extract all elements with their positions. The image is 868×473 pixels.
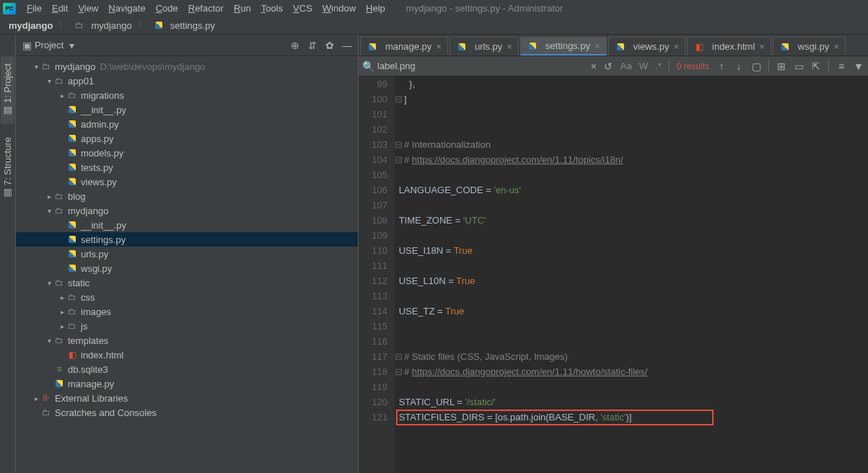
tree-item-models-py[interactable]: models.py: [16, 146, 358, 160]
tree-item-migrations[interactable]: ▸🗀migrations: [16, 88, 358, 102]
menu-code[interactable]: Code: [151, 1, 183, 15]
close-search-icon[interactable]: ×: [589, 61, 599, 71]
prev-occurrence-icon[interactable]: ↺: [603, 61, 613, 71]
tree-item-images[interactable]: ▸🗀images: [16, 304, 358, 319]
gear-icon[interactable]: ✿: [325, 40, 335, 50]
menu-vcs[interactable]: VCS: [288, 1, 317, 15]
code-line[interactable]: TIME_ZONE = 'UTC': [400, 213, 868, 228]
code-line[interactable]: USE_L10N = True: [400, 273, 868, 288]
code-line[interactable]: [400, 167, 868, 182]
menu-window[interactable]: Window: [317, 1, 361, 15]
project-tree[interactable]: ▾🗀mydjangoD:\web\devops\mydjango▾🗀app01▸…: [16, 56, 358, 473]
tree-item-index-html[interactable]: ◧index.html: [16, 348, 358, 362]
tree-item-admin-py[interactable]: admin.py: [16, 117, 358, 131]
code-line[interactable]: [400, 107, 868, 122]
code-line[interactable]: [400, 319, 868, 334]
tree-item-wsgi-py[interactable]: wsgi.py: [16, 261, 358, 275]
words-toggle[interactable]: W: [639, 61, 648, 71]
collapse-all-icon[interactable]: ⇵: [307, 40, 317, 50]
close-tab-icon[interactable]: ×: [759, 41, 765, 52]
tree-item-apps-py[interactable]: apps.py: [16, 131, 358, 146]
breadcrumb-item[interactable]: mydjango: [6, 19, 56, 32]
tab-manage-py[interactable]: manage.py×: [360, 37, 448, 56]
export-icon[interactable]: ⇱: [811, 61, 821, 71]
code-line[interactable]: ⊟# Static files (CSS, JavaScript, Images…: [400, 349, 868, 364]
code-editor[interactable]: 9910010110210310410510610710810911011111…: [359, 76, 868, 473]
code-line[interactable]: [400, 334, 868, 349]
code-line[interactable]: [400, 288, 868, 304]
code-line[interactable]: LANGUAGE_CODE = 'en-us': [400, 182, 868, 198]
select-all-icon[interactable]: ▢: [751, 61, 761, 71]
tree-item-js[interactable]: ▸🗀js: [16, 319, 358, 333]
filter-icon[interactable]: ▼: [854, 61, 864, 71]
tab-views-py[interactable]: views.py×: [608, 37, 685, 56]
settings-icon[interactable]: ≡: [836, 61, 846, 71]
menu-view[interactable]: View: [73, 1, 103, 15]
menu-navigate[interactable]: Navigate: [103, 1, 150, 15]
close-tab-icon[interactable]: ×: [673, 41, 679, 52]
tab-wsgi-py[interactable]: wsgi.py×: [773, 37, 846, 56]
tree-item-templates[interactable]: ▾🗀templates: [16, 333, 358, 348]
select-occurrences-icon[interactable]: ▭: [794, 61, 804, 71]
tree-item-external-libraries[interactable]: ▸⊪External Libraries: [16, 391, 358, 405]
tree-item-scratches-and-consoles[interactable]: 🗀Scratches and Consoles: [16, 405, 358, 420]
hide-icon[interactable]: —: [342, 40, 352, 50]
code-area[interactable]: },⊟] ⊟# Internationalization⊟# https://d…: [395, 76, 868, 473]
close-tab-icon[interactable]: ×: [436, 41, 442, 52]
add-selection-icon[interactable]: ⊞: [776, 61, 786, 71]
tab-urls-py[interactable]: urls.py×: [450, 37, 519, 56]
py-icon: [66, 263, 78, 273]
tree-item-db-sqlite3[interactable]: ≡db.sqlite3: [16, 362, 358, 376]
tree-item-urls-py[interactable]: urls.py: [16, 247, 358, 261]
menu-refactor[interactable]: Refactor: [183, 1, 229, 15]
locate-icon[interactable]: ⊕: [290, 40, 300, 50]
tab-index-html[interactable]: ◧index.html×: [687, 37, 771, 56]
sidebar-tab-project[interactable]: ▤1: Project: [1, 56, 14, 124]
breadcrumb-item[interactable]: settings.py: [150, 19, 218, 32]
tree-item-app01[interactable]: ▾🗀app01: [16, 74, 358, 88]
sidebar-tab-structure[interactable]: ▥7: Structure: [1, 130, 14, 206]
close-tab-icon[interactable]: ×: [595, 40, 600, 51]
regex-toggle[interactable]: .*: [655, 61, 662, 71]
menu-help[interactable]: Help: [361, 1, 390, 15]
close-tab-icon[interactable]: ×: [833, 41, 839, 52]
code-line[interactable]: USE_TZ = True: [400, 304, 868, 319]
menu-tools[interactable]: Tools: [256, 1, 288, 15]
code-line[interactable]: ⊟# https://docs.djangoproject.com/en/1.1…: [400, 152, 868, 167]
menu-edit[interactable]: Edit: [47, 1, 73, 15]
tree-item-__init__-py[interactable]: __init__.py: [16, 102, 358, 117]
code-line[interactable]: [400, 198, 868, 213]
tree-item-static[interactable]: ▾🗀static: [16, 275, 358, 290]
code-line[interactable]: [400, 228, 868, 243]
tree-item-__init__-py[interactable]: __init__.py: [16, 218, 358, 232]
code-line[interactable]: ⊟# Internationalization: [400, 137, 868, 152]
tree-item-css[interactable]: ▸🗀css: [16, 290, 358, 304]
tree-item-settings-py[interactable]: settings.py: [16, 232, 358, 247]
code-line[interactable]: [400, 258, 868, 273]
tree-item-blog[interactable]: ▸🗀blog: [16, 189, 358, 203]
tree-item-tests-py[interactable]: tests.py: [16, 160, 358, 174]
code-line[interactable]: },: [400, 76, 868, 92]
menu-file[interactable]: File: [22, 1, 47, 15]
next-match-icon[interactable]: ↓: [734, 61, 744, 71]
prev-match-icon[interactable]: ↑: [716, 61, 727, 71]
project-panel-title[interactable]: ▣ Project ▾: [22, 40, 76, 50]
code-line[interactable]: STATIC_URL = '/static/': [400, 394, 868, 410]
tree-item-mydjango[interactable]: ▾🗀mydjango: [16, 203, 358, 218]
match-case-toggle[interactable]: Aa: [621, 61, 632, 71]
code-line[interactable]: ⊟]: [400, 92, 868, 107]
search-input[interactable]: [377, 61, 499, 71]
tree-item-mydjango[interactable]: ▾🗀mydjangoD:\web\devops\mydjango: [16, 59, 358, 74]
code-line[interactable]: USE_I18N = True: [400, 243, 868, 258]
search-results-count: 0 results: [677, 61, 709, 71]
breadcrumb-item[interactable]: 🗀mydjango: [71, 19, 134, 32]
tree-item-views-py[interactable]: views.py: [16, 174, 358, 189]
code-line[interactable]: ⊟# https://docs.djangoproject.com/en/1.1…: [400, 364, 868, 379]
close-tab-icon[interactable]: ×: [507, 41, 512, 52]
tree-item-manage-py[interactable]: manage.py: [16, 376, 358, 391]
code-line[interactable]: STATICFILES_DIRS = [os.path.join(BASE_DI…: [400, 410, 868, 425]
code-line[interactable]: [400, 379, 868, 394]
tab-settings-py[interactable]: settings.py×: [520, 37, 607, 56]
code-line[interactable]: [400, 122, 868, 137]
menu-run[interactable]: Run: [229, 1, 256, 15]
